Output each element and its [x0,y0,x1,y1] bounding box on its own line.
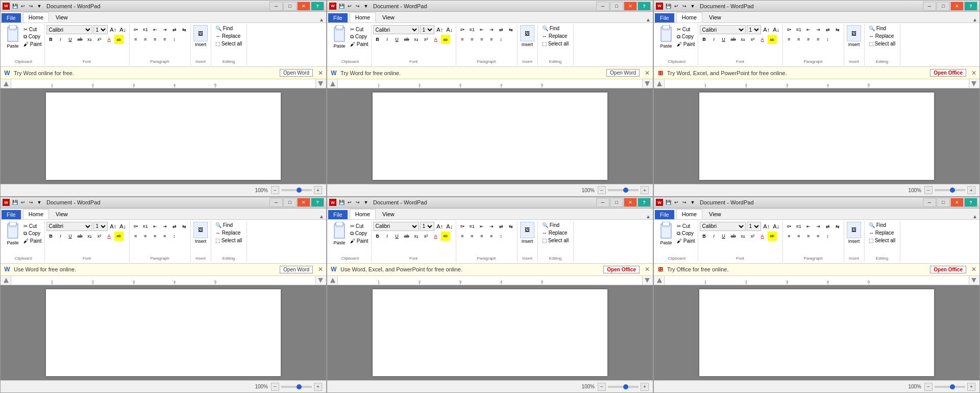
tab-file[interactable]: File [2,13,21,22]
insert-picture-button[interactable]: 🖼 [520,222,534,238]
align-right-button[interactable]: ≡ [151,232,160,241]
select-all-button[interactable]: ⬚ Select all [214,237,243,244]
insert-picture-button[interactable]: 🖼 [193,222,208,238]
indent-button[interactable]: ⇥ [487,222,496,231]
align-justify-button[interactable]: ≡ [487,35,496,44]
list-numbers-button[interactable]: ≡1 [794,222,803,231]
tab-view[interactable]: View [377,209,400,219]
help-button[interactable]: ? [964,2,977,11]
list-numbers-button[interactable]: ≡1 [794,25,803,34]
undo-icon[interactable]: ↩ [19,3,27,10]
right-margin-marker[interactable] [318,81,323,86]
align-center-button[interactable]: ≡ [794,232,803,241]
align-justify-button[interactable]: ≡ [160,232,169,241]
tab-view[interactable]: View [377,12,400,22]
copy-button[interactable]: ⧉ Copy [22,230,43,237]
maximize-button[interactable]: □ [610,2,623,11]
shrink-font-button[interactable]: A↓ [445,25,454,34]
undo-icon[interactable]: ↩ [673,199,680,206]
insert-picture-button[interactable]: 🖼 [520,25,534,41]
font-select[interactable]: Calibri [46,25,92,34]
maximize-button[interactable]: □ [937,198,950,207]
tab-home[interactable]: Home [676,12,702,22]
zoom-out-button[interactable]: − [598,186,606,194]
cut-button[interactable]: ✂ Cut [676,26,696,33]
list-bullets-button[interactable]: ≡• [131,25,140,34]
redo-icon[interactable]: ↪ [28,199,35,206]
find-button[interactable]: 🔍 Find [868,222,887,228]
ltr-button[interactable]: ⇄ [497,222,506,231]
right-margin-marker[interactable] [971,81,976,86]
align-left-button[interactable]: ≡ [131,35,140,44]
zoom-in-button[interactable]: + [967,186,975,194]
shrink-font-button[interactable]: A↓ [445,222,454,231]
save-icon[interactable]: 💾 [665,3,672,10]
font-select[interactable]: Calibri [373,222,419,231]
redo-icon[interactable]: ↪ [681,199,688,206]
outdent-button[interactable]: ⇤ [151,222,160,231]
tab-view[interactable]: View [50,12,74,22]
list-numbers-button[interactable]: ≡1 [141,25,150,34]
indent-button[interactable]: ⇥ [814,25,823,34]
rtl-button[interactable]: ⇆ [833,222,842,231]
maximize-button[interactable]: □ [610,198,623,207]
find-button[interactable]: 🔍 Find [214,25,234,32]
notification-action-button[interactable]: Open Word [280,69,313,77]
paste-button[interactable]: Paste [331,25,348,49]
paste-button[interactable]: Paste [657,222,675,245]
subscript-button[interactable]: x₂ [739,35,748,44]
paste-button[interactable]: Paste [4,222,21,245]
redo-icon[interactable]: ↪ [354,199,361,206]
insert-picture-button[interactable]: 🖼 [847,222,861,238]
undo-icon[interactable]: ↩ [346,3,353,10]
list-numbers-button[interactable]: ≡1 [141,222,150,231]
bold-button[interactable]: B [373,35,382,44]
grow-font-button[interactable]: A↑ [435,222,445,231]
zoom-out-button[interactable]: − [924,383,933,391]
maximize-button[interactable]: □ [937,2,950,11]
minimize-button[interactable]: ─ [270,198,283,207]
font-select[interactable]: Calibri [46,222,92,231]
font-color-button[interactable]: A [758,232,767,241]
strikethrough-button[interactable]: ab [729,35,738,44]
outdent-button[interactable]: ⇤ [804,222,813,231]
indent-button[interactable]: ⇥ [160,222,169,231]
superscript-button[interactable]: x² [95,232,104,241]
tab-view[interactable]: View [50,209,74,219]
font-color-button[interactable]: A [105,232,114,241]
tab-file[interactable]: File [328,13,348,22]
left-margin-marker[interactable] [657,278,662,283]
grow-font-button[interactable]: A↑ [762,222,771,231]
ribbon-collapse-button[interactable]: ▲ [318,214,325,219]
tab-home[interactable]: Home [676,209,702,219]
underline-button[interactable]: U [393,35,402,44]
select-all-button[interactable]: ⬚ Select all [868,237,896,244]
ribbon-collapse-button[interactable]: ▲ [971,214,978,219]
ribbon-collapse-button[interactable]: ▲ [971,17,978,22]
ltr-button[interactable]: ⇄ [170,25,179,34]
subscript-button[interactable]: x₂ [412,35,421,44]
strikethrough-button[interactable]: ab [402,35,411,44]
italic-button[interactable]: I [709,35,719,44]
replace-button[interactable]: ↔ Replace [214,33,241,39]
font-size-select[interactable]: 11 [747,25,761,34]
font-select[interactable]: Calibri [700,222,746,231]
select-all-button[interactable]: ⬚ Select all [541,40,570,47]
minimize-button[interactable]: ─ [923,198,936,207]
paintformat-button[interactable]: 🖌 Paint [22,41,43,48]
replace-button[interactable]: ↔ Replace [868,33,895,39]
zoom-in-button[interactable]: + [967,383,975,391]
document-page[interactable] [373,289,607,377]
help-button[interactable]: ? [311,2,324,11]
undo-icon[interactable]: ↩ [346,199,353,206]
document-page[interactable] [46,93,281,180]
align-left-button[interactable]: ≡ [131,232,140,241]
save-icon[interactable]: 💾 [11,3,18,10]
paste-button[interactable]: Paste [4,25,21,49]
close-button[interactable]: ✕ [624,2,637,11]
strikethrough-button[interactable]: ab [402,232,411,241]
save-icon[interactable]: 💾 [665,199,672,206]
notification-close-button[interactable]: ✕ [645,70,650,77]
maximize-button[interactable]: □ [283,2,297,11]
grow-font-button[interactable]: A↑ [109,25,118,34]
